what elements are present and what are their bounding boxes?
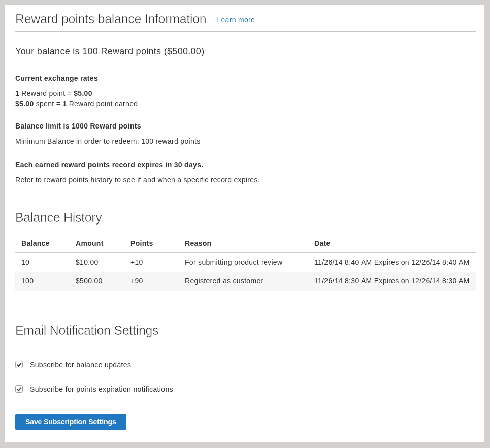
cell-reason: For submitting product review bbox=[179, 253, 308, 272]
cell-balance: 100 bbox=[15, 272, 70, 291]
cell-amount: $500.00 bbox=[70, 272, 124, 291]
learn-more-link[interactable]: Learn more bbox=[217, 16, 255, 24]
column-header-amount: Amount bbox=[70, 234, 124, 253]
exchange-rates-title: Current exchange rates bbox=[15, 73, 476, 83]
table-header-row: Balance Amount Points Reason Date bbox=[15, 234, 476, 253]
reward-info-card: Reward points balance InformationLearn m… bbox=[5, 5, 484, 442]
column-header-balance: Balance bbox=[15, 234, 70, 253]
subscribe-expiration-row: Subscribe for points expiration notifica… bbox=[15, 385, 476, 393]
cell-amount: $10.00 bbox=[70, 253, 124, 272]
balance-limit: Balance limit is 1000 Reward points bbox=[15, 121, 476, 131]
page-title: Reward points balance Information bbox=[15, 12, 206, 26]
exchange-rate-text: spent = bbox=[34, 100, 63, 108]
minimum-balance: Minimum Balance in order to redeem: 100 … bbox=[15, 136, 476, 146]
expiration-note: Refer to reward points history to see if… bbox=[15, 175, 476, 185]
table-row: 100 $500.00 +90 Registered as customer 1… bbox=[15, 272, 476, 291]
cell-date: 11/26/14 8:30 AM Expires on 12/26/14 8:3… bbox=[308, 272, 476, 291]
cell-points: +10 bbox=[124, 253, 179, 272]
cell-reason: Registered as customer bbox=[179, 272, 308, 291]
column-header-date: Date bbox=[308, 234, 476, 253]
save-subscription-button[interactable]: Save Subscription Settings bbox=[15, 414, 126, 430]
page: { "colors": { "page_background": "#d2d1c… bbox=[0, 0, 490, 448]
balance-history-table: Balance Amount Points Reason Date 10 $10… bbox=[15, 234, 476, 291]
exchange-rate-text: Reward point = bbox=[19, 89, 74, 98]
cell-date: 11/26/14 8:40 AM Expires on 12/26/14 8:4… bbox=[308, 253, 476, 272]
balance-summary: Your balance is 100 Reward points ($500.… bbox=[15, 45, 476, 57]
column-header-points: Points bbox=[124, 234, 179, 253]
cell-balance: 10 bbox=[15, 253, 70, 272]
column-header-reason: Reason bbox=[179, 234, 308, 253]
checkmark-icon bbox=[16, 361, 22, 368]
expiration-title: Each earned reward points record expires… bbox=[15, 159, 476, 170]
subscribe-expiration-label: Subscribe for points expiration notifica… bbox=[30, 386, 173, 393]
subscribe-balance-label: Subscribe for balance updates bbox=[30, 361, 131, 368]
exchange-rate-text: Reward point earned bbox=[67, 100, 138, 108]
exchange-rates-lines: 1 Reward point = $5.00 $5.00 spent = 1 R… bbox=[15, 88, 476, 109]
subscribe-expiration-checkbox[interactable] bbox=[15, 385, 23, 393]
exchange-rate-value: $5.00 bbox=[74, 89, 92, 98]
subscribe-balance-row: Subscribe for balance updates bbox=[15, 361, 476, 368]
table-row: 10 $10.00 +10 For submitting product rev… bbox=[15, 253, 476, 272]
cell-points: +90 bbox=[124, 272, 179, 291]
exchange-rate-value: 1 bbox=[15, 89, 19, 98]
exchange-rate-value: $5.00 bbox=[15, 100, 34, 108]
balance-history-title: Balance History bbox=[15, 210, 476, 231]
subscribe-balance-checkbox[interactable] bbox=[15, 361, 23, 368]
email-settings-title: Email Notification Settings bbox=[15, 323, 476, 344]
page-header: Reward points balance InformationLearn m… bbox=[15, 5, 476, 32]
checkmark-icon bbox=[16, 386, 22, 392]
